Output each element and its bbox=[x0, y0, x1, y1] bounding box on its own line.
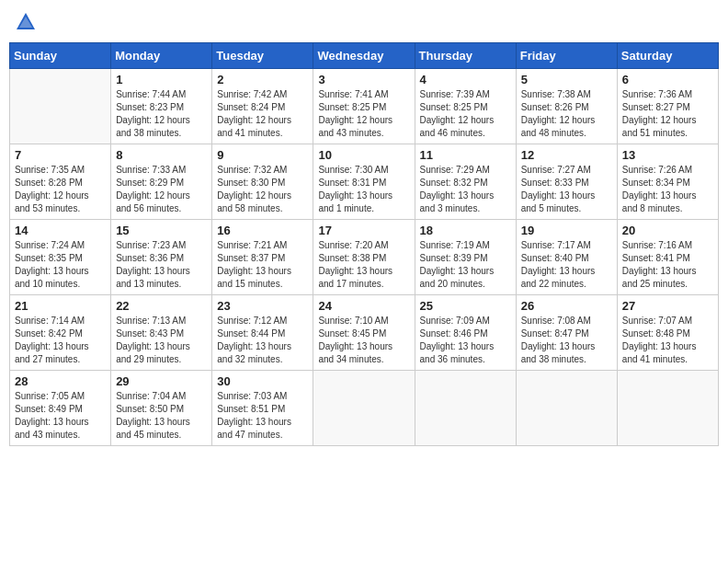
calendar-cell: 21Sunrise: 7:14 AM Sunset: 8:42 PM Dayli… bbox=[10, 295, 111, 371]
day-info: Sunrise: 7:41 AM Sunset: 8:25 PM Dayligh… bbox=[318, 88, 409, 140]
day-number: 1 bbox=[116, 73, 207, 86]
calendar-cell: 29Sunrise: 7:04 AM Sunset: 8:50 PM Dayli… bbox=[111, 371, 212, 446]
day-info: Sunrise: 7:29 AM Sunset: 8:32 PM Dayligh… bbox=[420, 164, 511, 215]
calendar-cell: 30Sunrise: 7:03 AM Sunset: 8:51 PM Dayli… bbox=[212, 371, 313, 446]
calendar-cell: 3Sunrise: 7:41 AM Sunset: 8:25 PM Daylig… bbox=[313, 69, 415, 144]
day-info: Sunrise: 7:24 AM Sunset: 8:35 PM Dayligh… bbox=[15, 239, 106, 291]
day-number: 30 bbox=[217, 374, 308, 388]
day-info: Sunrise: 7:09 AM Sunset: 8:46 PM Dayligh… bbox=[420, 315, 511, 366]
day-info: Sunrise: 7:07 AM Sunset: 8:48 PM Dayligh… bbox=[622, 315, 713, 366]
day-number: 10 bbox=[318, 148, 409, 162]
day-info: Sunrise: 7:14 AM Sunset: 8:42 PM Dayligh… bbox=[15, 315, 106, 366]
calendar-cell: 13Sunrise: 7:26 AM Sunset: 8:34 PM Dayli… bbox=[617, 144, 718, 220]
day-number: 24 bbox=[318, 299, 409, 313]
day-info: Sunrise: 7:08 AM Sunset: 8:47 PM Dayligh… bbox=[521, 315, 612, 366]
column-header-sunday: Sunday bbox=[10, 43, 111, 69]
calendar-cell: 5Sunrise: 7:38 AM Sunset: 8:26 PM Daylig… bbox=[516, 69, 617, 144]
calendar-week-row: 14Sunrise: 7:24 AM Sunset: 8:35 PM Dayli… bbox=[10, 220, 719, 295]
calendar-cell bbox=[313, 371, 415, 446]
calendar-cell: 22Sunrise: 7:13 AM Sunset: 8:43 PM Dayli… bbox=[111, 295, 212, 371]
calendar-cell: 15Sunrise: 7:23 AM Sunset: 8:36 PM Dayli… bbox=[111, 220, 212, 295]
day-info: Sunrise: 7:23 AM Sunset: 8:36 PM Dayligh… bbox=[116, 239, 207, 291]
calendar-week-row: 21Sunrise: 7:14 AM Sunset: 8:42 PM Dayli… bbox=[10, 295, 719, 371]
day-number: 19 bbox=[521, 224, 612, 237]
day-info: Sunrise: 7:13 AM Sunset: 8:43 PM Dayligh… bbox=[116, 315, 207, 366]
calendar-cell: 25Sunrise: 7:09 AM Sunset: 8:46 PM Dayli… bbox=[415, 295, 516, 371]
calendar-cell: 10Sunrise: 7:30 AM Sunset: 8:31 PM Dayli… bbox=[313, 144, 415, 220]
calendar-cell: 1Sunrise: 7:44 AM Sunset: 8:23 PM Daylig… bbox=[111, 69, 212, 144]
day-info: Sunrise: 7:32 AM Sunset: 8:30 PM Dayligh… bbox=[217, 164, 308, 215]
day-info: Sunrise: 7:36 AM Sunset: 8:27 PM Dayligh… bbox=[622, 88, 713, 140]
day-number: 23 bbox=[217, 299, 308, 313]
calendar-cell: 9Sunrise: 7:32 AM Sunset: 8:30 PM Daylig… bbox=[212, 144, 313, 220]
day-number: 6 bbox=[622, 73, 713, 86]
page-header bbox=[9, 9, 719, 35]
logo bbox=[13, 9, 42, 35]
day-info: Sunrise: 7:17 AM Sunset: 8:40 PM Dayligh… bbox=[521, 239, 612, 291]
day-number: 5 bbox=[521, 73, 612, 86]
day-number: 7 bbox=[15, 148, 106, 162]
column-header-thursday: Thursday bbox=[415, 43, 516, 69]
column-header-friday: Friday bbox=[516, 43, 617, 69]
day-number: 17 bbox=[318, 224, 409, 237]
day-number: 28 bbox=[15, 374, 106, 388]
calendar-header-row: SundayMondayTuesdayWednesdayThursdayFrid… bbox=[10, 43, 719, 69]
day-info: Sunrise: 7:04 AM Sunset: 8:50 PM Dayligh… bbox=[116, 390, 207, 442]
day-number: 20 bbox=[622, 224, 713, 237]
day-number: 13 bbox=[622, 148, 713, 162]
calendar-cell: 27Sunrise: 7:07 AM Sunset: 8:48 PM Dayli… bbox=[617, 295, 718, 371]
calendar-cell: 12Sunrise: 7:27 AM Sunset: 8:33 PM Dayli… bbox=[516, 144, 617, 220]
day-number: 9 bbox=[217, 148, 308, 162]
day-info: Sunrise: 7:30 AM Sunset: 8:31 PM Dayligh… bbox=[318, 164, 409, 215]
day-info: Sunrise: 7:12 AM Sunset: 8:44 PM Dayligh… bbox=[217, 315, 308, 366]
calendar-cell bbox=[10, 69, 111, 144]
calendar-cell: 16Sunrise: 7:21 AM Sunset: 8:37 PM Dayli… bbox=[212, 220, 313, 295]
calendar-cell: 6Sunrise: 7:36 AM Sunset: 8:27 PM Daylig… bbox=[617, 69, 718, 144]
calendar-week-row: 7Sunrise: 7:35 AM Sunset: 8:28 PM Daylig… bbox=[10, 144, 719, 220]
calendar-cell: 28Sunrise: 7:05 AM Sunset: 8:49 PM Dayli… bbox=[10, 371, 111, 446]
day-number: 27 bbox=[622, 299, 713, 313]
calendar-week-row: 28Sunrise: 7:05 AM Sunset: 8:49 PM Dayli… bbox=[10, 371, 719, 446]
calendar-cell bbox=[516, 371, 617, 446]
calendar-table: SundayMondayTuesdayWednesdayThursdayFrid… bbox=[9, 42, 719, 446]
day-number: 2 bbox=[217, 73, 308, 86]
day-info: Sunrise: 7:33 AM Sunset: 8:29 PM Dayligh… bbox=[116, 164, 207, 215]
day-number: 29 bbox=[116, 374, 207, 388]
day-number: 26 bbox=[521, 299, 612, 313]
day-number: 22 bbox=[116, 299, 207, 313]
column-header-saturday: Saturday bbox=[617, 43, 718, 69]
day-info: Sunrise: 7:44 AM Sunset: 8:23 PM Dayligh… bbox=[116, 88, 207, 140]
day-number: 25 bbox=[420, 299, 511, 313]
day-info: Sunrise: 7:39 AM Sunset: 8:25 PM Dayligh… bbox=[420, 88, 511, 140]
calendar-week-row: 1Sunrise: 7:44 AM Sunset: 8:23 PM Daylig… bbox=[10, 69, 719, 144]
column-header-tuesday: Tuesday bbox=[212, 43, 313, 69]
calendar-cell: 14Sunrise: 7:24 AM Sunset: 8:35 PM Dayli… bbox=[10, 220, 111, 295]
calendar-cell: 7Sunrise: 7:35 AM Sunset: 8:28 PM Daylig… bbox=[10, 144, 111, 220]
day-number: 18 bbox=[420, 224, 511, 237]
calendar-cell: 24Sunrise: 7:10 AM Sunset: 8:45 PM Dayli… bbox=[313, 295, 415, 371]
day-number: 16 bbox=[217, 224, 308, 237]
day-info: Sunrise: 7:26 AM Sunset: 8:34 PM Dayligh… bbox=[622, 164, 713, 215]
day-number: 8 bbox=[116, 148, 207, 162]
day-info: Sunrise: 7:20 AM Sunset: 8:38 PM Dayligh… bbox=[318, 239, 409, 291]
calendar-cell bbox=[415, 371, 516, 446]
day-number: 21 bbox=[15, 299, 106, 313]
day-info: Sunrise: 7:27 AM Sunset: 8:33 PM Dayligh… bbox=[521, 164, 612, 215]
day-number: 14 bbox=[15, 224, 106, 237]
calendar-cell: 18Sunrise: 7:19 AM Sunset: 8:39 PM Dayli… bbox=[415, 220, 516, 295]
calendar-cell: 17Sunrise: 7:20 AM Sunset: 8:38 PM Dayli… bbox=[313, 220, 415, 295]
calendar-cell: 26Sunrise: 7:08 AM Sunset: 8:47 PM Dayli… bbox=[516, 295, 617, 371]
day-info: Sunrise: 7:05 AM Sunset: 8:49 PM Dayligh… bbox=[15, 390, 106, 442]
day-number: 3 bbox=[318, 73, 409, 86]
calendar-cell: 4Sunrise: 7:39 AM Sunset: 8:25 PM Daylig… bbox=[415, 69, 516, 144]
day-info: Sunrise: 7:38 AM Sunset: 8:26 PM Dayligh… bbox=[521, 88, 612, 140]
day-info: Sunrise: 7:35 AM Sunset: 8:28 PM Dayligh… bbox=[15, 164, 106, 215]
day-info: Sunrise: 7:03 AM Sunset: 8:51 PM Dayligh… bbox=[217, 390, 308, 442]
column-header-wednesday: Wednesday bbox=[313, 43, 415, 69]
day-info: Sunrise: 7:10 AM Sunset: 8:45 PM Dayligh… bbox=[318, 315, 409, 366]
calendar-cell: 8Sunrise: 7:33 AM Sunset: 8:29 PM Daylig… bbox=[111, 144, 212, 220]
logo-icon bbox=[13, 9, 39, 35]
calendar-cell bbox=[617, 371, 718, 446]
calendar-cell: 20Sunrise: 7:16 AM Sunset: 8:41 PM Dayli… bbox=[617, 220, 718, 295]
day-number: 4 bbox=[420, 73, 511, 86]
